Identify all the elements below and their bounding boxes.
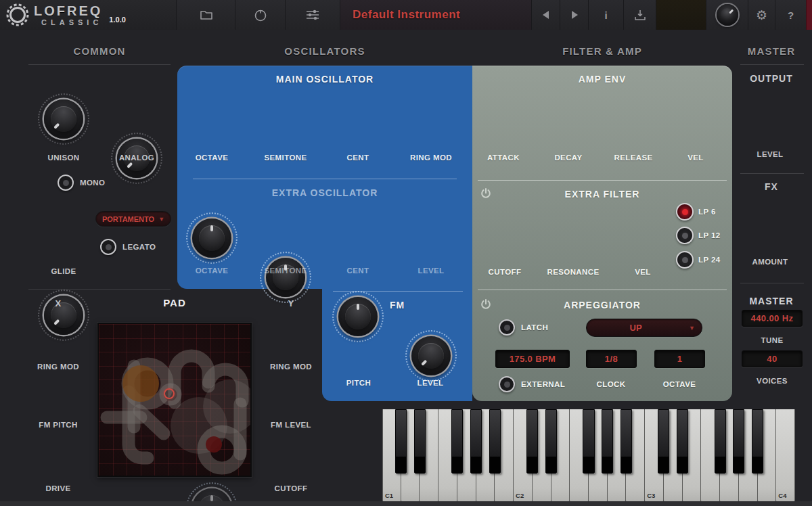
black-key[interactable] bbox=[470, 409, 482, 474]
bpm-value-box[interactable]: 175.0 BPM bbox=[495, 350, 570, 368]
black-key[interactable] bbox=[621, 409, 632, 474]
black-key[interactable] bbox=[489, 409, 501, 474]
master-divider-2 bbox=[740, 173, 804, 174]
mono-toggle[interactable] bbox=[58, 175, 74, 191]
load-preset-button[interactable] bbox=[176, 0, 235, 30]
black-key[interactable] bbox=[526, 409, 538, 474]
arpeggiator-title: ARPEGGIATOR bbox=[472, 300, 732, 310]
master-divider-3 bbox=[740, 283, 804, 283]
edge-accent bbox=[806, 0, 812, 30]
logo-text: LOFREQ CLASSIC bbox=[34, 4, 102, 26]
preset-display[interactable]: Default Instrument bbox=[340, 0, 531, 30]
logo: LOFREQ CLASSIC 1.0.0 bbox=[0, 0, 176, 30]
portamento-dropdown[interactable]: PORTAMENTO ▼ bbox=[95, 211, 171, 227]
voices-value-box[interactable]: 40 bbox=[742, 350, 803, 367]
next-preset-button[interactable] bbox=[560, 0, 588, 30]
main-cent-label: CENT bbox=[324, 154, 392, 162]
legato-toggle[interactable] bbox=[100, 239, 116, 255]
knob-mode-button[interactable] bbox=[235, 0, 285, 30]
black-key[interactable] bbox=[545, 409, 557, 474]
external-toggle[interactable] bbox=[499, 376, 515, 392]
black-key[interactable] bbox=[414, 409, 426, 474]
main-ring-mod-knob[interactable] bbox=[411, 336, 451, 375]
keyboard: C1C2C3C4 bbox=[382, 409, 795, 502]
clock-value-box[interactable]: 1/8 bbox=[586, 350, 637, 368]
settings-sliders-button[interactable] bbox=[285, 0, 340, 30]
unison-knob[interactable] bbox=[44, 99, 83, 139]
pad-divider bbox=[28, 289, 171, 290]
analog-label: ANALOG bbox=[103, 154, 171, 162]
mono-label: MONO bbox=[80, 179, 105, 187]
extra-semitone-label: SEMITONE bbox=[252, 267, 319, 275]
pad-y-label: Y bbox=[277, 298, 304, 308]
pad-title: PAD bbox=[97, 297, 252, 308]
extra-level-label: LEVEL bbox=[397, 267, 465, 275]
gear-logo-icon bbox=[5, 3, 30, 27]
unison-label: UNISON bbox=[30, 154, 97, 162]
lp24-radio[interactable] bbox=[676, 251, 694, 269]
bottom-edge bbox=[0, 501, 812, 506]
lp12-radio[interactable] bbox=[676, 227, 694, 244]
info-button[interactable]: i bbox=[588, 0, 623, 30]
latch-label: LATCH bbox=[521, 323, 548, 331]
xy-pad[interactable] bbox=[97, 323, 252, 477]
filter-vel-label: VEL bbox=[609, 268, 677, 276]
black-key[interactable] bbox=[677, 409, 688, 474]
prev-preset-button[interactable] bbox=[531, 0, 560, 30]
cutoff-label: CUTOFF bbox=[471, 268, 539, 276]
legato-label: LEGATO bbox=[122, 243, 156, 251]
black-key[interactable] bbox=[715, 409, 726, 474]
volume-knob[interactable] bbox=[706, 0, 748, 30]
arp-direction-dropdown[interactable]: UP ▼ bbox=[586, 319, 702, 337]
amp-env-title: AMP ENV bbox=[472, 74, 732, 85]
fm-title: FM bbox=[322, 300, 472, 310]
settings-button[interactable]: ⚙ bbox=[748, 0, 775, 30]
help-button[interactable]: ? bbox=[775, 0, 806, 30]
resonance-label: RESONANCE bbox=[539, 268, 607, 276]
arp-octave-value-box[interactable]: 1 bbox=[654, 350, 705, 368]
black-key[interactable] bbox=[752, 409, 763, 474]
tune-value-box[interactable]: 440.00 Hz bbox=[742, 310, 803, 327]
lofreq-plugin-window: LOFREQ CLASSIC 1.0.0 bbox=[0, 0, 812, 506]
main-octave-label: OCTAVE bbox=[178, 154, 246, 162]
latch-toggle[interactable] bbox=[499, 319, 515, 336]
filter-divider-1 bbox=[478, 180, 727, 181]
volume-knob-icon bbox=[717, 4, 738, 26]
arp-direction-caret-icon: ▼ bbox=[689, 325, 695, 331]
fx-title: FX bbox=[738, 181, 805, 192]
black-key[interactable] bbox=[583, 409, 594, 474]
external-label: EXTERNAL bbox=[521, 380, 565, 388]
black-key[interactable] bbox=[658, 409, 669, 474]
pad-x-label: X bbox=[45, 298, 72, 308]
pad-x-ring-mod-label: RING MOD bbox=[24, 363, 92, 371]
titlebar: LOFREQ CLASSIC 1.0.0 bbox=[0, 0, 812, 30]
output-title: OUTPUT bbox=[738, 73, 805, 84]
black-key[interactable] bbox=[733, 409, 744, 474]
main-ring-mod-label: RING MOD bbox=[397, 154, 465, 162]
lp6-radio[interactable] bbox=[676, 203, 694, 221]
arp-direction-value: UP bbox=[587, 323, 685, 333]
pad-x-fm-pitch-label: FM PITCH bbox=[24, 421, 92, 429]
pad-x-drive-label: DRIVE bbox=[24, 484, 92, 492]
white-key[interactable]: C4 bbox=[776, 409, 795, 502]
black-key[interactable] bbox=[602, 409, 613, 474]
oscillator-divider bbox=[193, 179, 457, 179]
decay-label: DECAY bbox=[535, 154, 602, 162]
main-octave-knob[interactable] bbox=[192, 218, 231, 258]
octave-label: C4 bbox=[778, 492, 786, 499]
pad-y-cutoff-label: CUTOFF bbox=[257, 484, 325, 492]
main-semitone-knob[interactable] bbox=[266, 258, 305, 297]
filter-amp-section-header: FILTER & AMP bbox=[472, 45, 732, 57]
glide-label: GLIDE bbox=[30, 267, 97, 275]
black-key[interactable] bbox=[395, 409, 407, 474]
fx-amount-label: AMOUNT bbox=[736, 258, 804, 266]
arp-octave-label: OCTAVE bbox=[646, 380, 713, 388]
portamento-label: PORTAMENTO bbox=[102, 215, 154, 223]
release-label: RELEASE bbox=[600, 154, 667, 162]
level-display bbox=[656, 0, 706, 30]
save-preset-button[interactable] bbox=[623, 0, 656, 30]
common-divider bbox=[28, 64, 171, 65]
black-key[interactable] bbox=[451, 409, 463, 474]
sliders-icon bbox=[304, 7, 321, 22]
main-oscillator-title: MAIN OSCILLATOR bbox=[177, 74, 472, 85]
